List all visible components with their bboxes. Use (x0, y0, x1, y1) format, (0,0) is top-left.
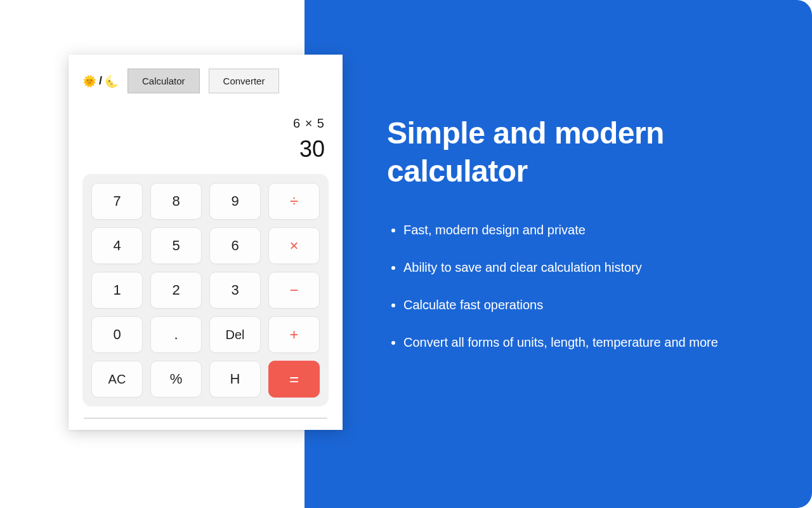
key-0[interactable]: 0 (91, 316, 143, 353)
key-history[interactable]: H (209, 361, 261, 398)
key-delete[interactable]: Del (209, 316, 261, 353)
display-result: 30 (86, 136, 325, 163)
moon-icon: 🌜 (105, 74, 119, 88)
promo-bullet: Ability to save and clear calculation hi… (403, 258, 733, 277)
key-plus[interactable]: + (268, 316, 320, 353)
key-7[interactable]: 7 (91, 183, 143, 220)
display-expression: 6 × 5 (86, 116, 325, 131)
footer-divider (84, 418, 327, 418)
key-6[interactable]: 6 (209, 227, 261, 264)
key-5[interactable]: 5 (150, 227, 202, 264)
key-all-clear[interactable]: AC (91, 361, 143, 398)
key-2[interactable]: 2 (150, 272, 202, 309)
promo-feature-list: Fast, modern design and private Ability … (387, 221, 774, 352)
key-divide[interactable]: ÷ (268, 183, 320, 220)
keypad-container: 7 8 9 ÷ 4 5 6 × 1 2 3 − 0 . Del + AC (82, 174, 329, 406)
key-4[interactable]: 4 (91, 227, 143, 264)
theme-toggle[interactable]: 🌞 / 🌜 (82, 74, 119, 88)
promo-bullet: Fast, modern design and private (403, 221, 733, 239)
tab-converter[interactable]: Converter (209, 69, 280, 93)
promo-bullet: Convert all forms of units, length, temp… (403, 333, 733, 352)
key-equals[interactable]: = (268, 361, 320, 398)
promo-pane: Simple and modern calculator Fast, moder… (304, 0, 812, 508)
sun-icon: 🌞 (82, 74, 96, 88)
key-multiply[interactable]: × (268, 227, 320, 264)
calculator-display: 6 × 5 30 (82, 111, 329, 174)
key-1[interactable]: 1 (91, 272, 143, 309)
promo-canvas: 🌞 / 🌜 Calculator Converter 6 × 5 30 7 8 … (0, 0, 812, 508)
keypad: 7 8 9 ÷ 4 5 6 × 1 2 3 − 0 . Del + AC (91, 183, 320, 398)
key-dot[interactable]: . (150, 316, 202, 353)
key-3[interactable]: 3 (209, 272, 261, 309)
theme-slash: / (99, 74, 102, 88)
tab-calculator[interactable]: Calculator (128, 69, 200, 93)
promo-bullet: Calculate fast operations (403, 296, 733, 314)
left-pane: 🌞 / 🌜 Calculator Converter 6 × 5 30 7 8 … (0, 0, 304, 508)
promo-title: Simple and modern calculator (387, 114, 774, 190)
key-8[interactable]: 8 (150, 183, 202, 220)
key-9[interactable]: 9 (209, 183, 261, 220)
calculator-header: 🌞 / 🌜 Calculator Converter (82, 69, 329, 93)
calculator-window: 🌞 / 🌜 Calculator Converter 6 × 5 30 7 8 … (69, 55, 343, 430)
key-minus[interactable]: − (268, 272, 320, 309)
key-percent[interactable]: % (150, 361, 202, 398)
